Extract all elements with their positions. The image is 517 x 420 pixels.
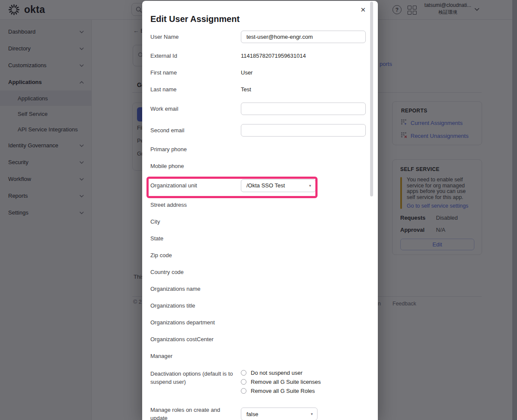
radio-label: Remove all G Suite Roles xyxy=(251,388,315,394)
field-control: /Okta SSO Test▾ xyxy=(241,179,378,192)
field-row-user-name: User Name xyxy=(142,26,378,47)
second-email-input[interactable] xyxy=(241,124,366,137)
field-row-street-address: Street address xyxy=(142,196,378,213)
field-row-zip-code: Zip code xyxy=(142,247,378,264)
caret-down-icon: ▾ xyxy=(309,184,311,188)
field-label: Second email xyxy=(150,126,241,134)
field-control xyxy=(241,31,378,43)
radio-label: Remove all G Suite licenses xyxy=(251,379,321,385)
radio-do-not-suspend-user[interactable]: Do not suspend user xyxy=(241,370,321,376)
field-label: State xyxy=(150,234,241,243)
user-name-input[interactable] xyxy=(241,31,366,43)
field-row-organizational-unit: Organizational unit/Okta SSO Test▾ xyxy=(142,174,378,196)
radio-remove-all-g-suite-licenses[interactable]: Remove all G Suite licenses xyxy=(241,379,321,385)
field-row-first-name: First nameUser xyxy=(142,64,378,81)
radio-icon[interactable] xyxy=(241,370,246,376)
radio-label: Do not suspend user xyxy=(251,370,302,376)
last-name-value: Test xyxy=(241,86,251,93)
edit-user-assignment-modal: ✕ Edit User Assignment User NameExternal… xyxy=(142,1,378,420)
field-row-organizations-costcenter: Organizations costCenter xyxy=(142,331,378,348)
field-row-primary-phone: Primary phone xyxy=(142,141,378,158)
field-label: Last name xyxy=(150,85,241,93)
field-label: User Name xyxy=(150,33,241,41)
field-row-second-email: Second email xyxy=(142,119,378,141)
close-icon[interactable]: ✕ xyxy=(359,6,367,14)
field-control: false▾ xyxy=(241,408,378,420)
field-row-organizations-title: Organizations title xyxy=(142,297,378,314)
field-row-state: State xyxy=(142,230,378,247)
field-row-organizations-name: Organizations name xyxy=(142,280,378,297)
field-control: 114185782071959631014 xyxy=(241,53,378,59)
work-email-input[interactable] xyxy=(241,103,366,115)
field-label: External Id xyxy=(150,52,241,60)
field-label: Organizations name xyxy=(150,285,241,293)
radio-remove-all-g-suite-roles[interactable]: Remove all G Suite Roles xyxy=(241,388,321,394)
modal-title: Edit User Assignment xyxy=(150,14,378,24)
field-label: Deactivation options (default is to susp… xyxy=(150,370,241,386)
deactivation-options-group: Do not suspend userRemove all G Suite li… xyxy=(241,370,321,394)
field-control xyxy=(241,103,378,115)
field-row-work-email: Work email xyxy=(142,98,378,119)
organizational-unit-select[interactable]: /Okta SSO Test▾ xyxy=(241,179,316,192)
field-row-country-code: Country code xyxy=(142,264,378,280)
field-label: First name xyxy=(150,68,241,77)
field-label: Manager xyxy=(150,352,241,360)
field-label: Country code xyxy=(150,268,241,276)
selected-value: false xyxy=(246,411,258,417)
field-control: Test xyxy=(241,86,378,93)
field-row-deactivation-options: Deactivation options (default is to susp… xyxy=(142,364,378,401)
field-row-mobile-phone: Mobile phone xyxy=(142,158,378,174)
external-id-value: 114185782071959631014 xyxy=(241,53,306,59)
modal-scrollbar-thumb[interactable] xyxy=(370,2,373,196)
selected-value: /Okta SSO Test xyxy=(246,182,285,189)
field-label: Zip code xyxy=(150,251,241,259)
field-row-organizations-department: Organizations department xyxy=(142,314,378,331)
field-row-manager: Manager xyxy=(142,348,378,364)
field-label: Work email xyxy=(150,105,241,113)
caret-down-icon: ▾ xyxy=(311,412,313,416)
field-label: Street address xyxy=(150,201,241,209)
field-row-external-id: External Id114185782071959631014 xyxy=(142,47,378,64)
field-row-last-name: Last nameTest xyxy=(142,81,378,98)
radio-icon[interactable] xyxy=(241,388,246,394)
field-label: Primary phone xyxy=(150,145,241,153)
field-row-city: City xyxy=(142,213,378,230)
field-label: Organizations costCenter xyxy=(150,335,241,343)
field-control: Do not suspend userRemove all G Suite li… xyxy=(241,370,378,394)
field-label: Manage roles on create and update xyxy=(150,406,241,420)
field-label: Organizational unit xyxy=(150,181,241,190)
field-label: Mobile phone xyxy=(150,162,241,170)
first-name-value: User xyxy=(241,69,252,76)
radio-icon[interactable] xyxy=(241,379,246,385)
field-row-manage-roles: Manage roles on create and updatefalse▾ xyxy=(142,401,378,420)
field-label: City xyxy=(150,218,241,226)
manage-roles-select[interactable]: false▾ xyxy=(241,408,318,420)
field-label: Organizations title xyxy=(150,302,241,310)
field-control: User xyxy=(241,69,378,76)
field-control xyxy=(241,124,378,137)
field-label: Organizations department xyxy=(150,318,241,327)
